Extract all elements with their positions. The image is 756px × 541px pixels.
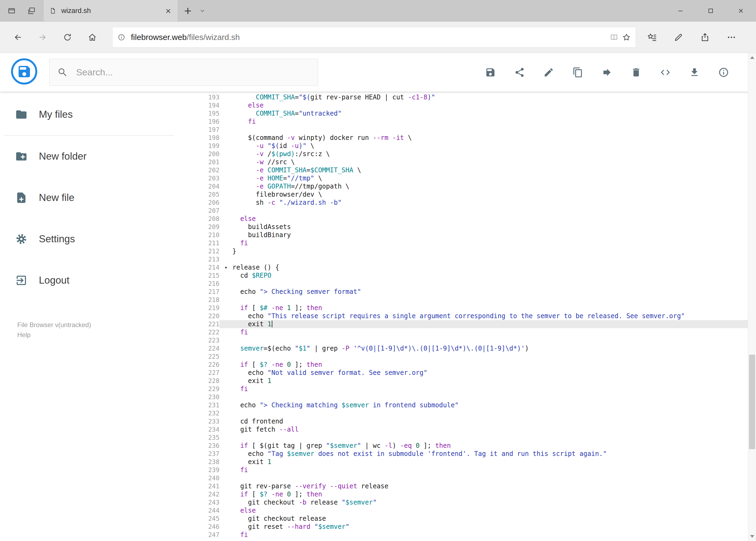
- reading-view-icon[interactable]: [610, 33, 619, 42]
- copy-button[interactable]: [570, 65, 586, 80]
- sidebar-item-settings[interactable]: Settings: [0, 218, 189, 260]
- code-line-238[interactable]: 238 exit 1: [189, 458, 748, 466]
- refresh-button[interactable]: [55, 25, 80, 50]
- code-line-237[interactable]: 237 echo "Tag $semver does not exist in …: [189, 450, 748, 458]
- forward-button[interactable]: [30, 25, 55, 50]
- tab-wizard-sh[interactable]: wizard.sh ×: [43, 0, 178, 21]
- code-line-206[interactable]: 206 sh -c "./wizard.sh -b": [189, 199, 748, 207]
- sidebar-item-logout[interactable]: Logout: [0, 260, 189, 301]
- filebrowser-logo-icon[interactable]: [11, 58, 37, 85]
- code-editor[interactable]: 193 COMMIT_SHA="$(git rev-parse HEAD | c…: [189, 92, 748, 541]
- code-line-240[interactable]: 240: [189, 474, 748, 482]
- code-line-196[interactable]: 196 fi: [189, 118, 748, 126]
- search-input[interactable]: [76, 67, 310, 78]
- save-button[interactable]: [483, 65, 498, 80]
- site-info-icon[interactable]: [118, 33, 126, 41]
- code-line-244[interactable]: 244 else: [189, 506, 748, 515]
- code-line-198[interactable]: 198 $(command -v winpty) docker run --rm…: [189, 134, 748, 142]
- code-line-242[interactable]: 242 if [ $? -ne 0 ]; then: [189, 490, 748, 498]
- code-line-194[interactable]: 194 else: [189, 101, 748, 109]
- code-line-224[interactable]: 224 semver=$(echo "$1" | grep -P '^v(0|[…: [189, 344, 748, 352]
- address-bar[interactable]: filebrowser.web/files/wizard.sh: [112, 27, 636, 48]
- code-line-232[interactable]: 232: [189, 409, 748, 417]
- scrollbar-thumb[interactable]: [749, 355, 755, 449]
- favorite-star-icon[interactable]: [622, 33, 631, 42]
- code-line-246[interactable]: 246 git reset --hard "$semver": [189, 523, 748, 531]
- tabs-preview-icon[interactable]: [28, 7, 36, 15]
- code-line-202[interactable]: 202 -e COMMIT_SHA=$COMMIT_SHA \: [189, 166, 748, 174]
- back-button[interactable]: [5, 25, 30, 50]
- tab-dropdown-icon[interactable]: [199, 8, 206, 14]
- code-line-199[interactable]: 199 -u "$(id -u)" \: [189, 142, 748, 150]
- scroll-down-button[interactable]: [748, 532, 756, 541]
- rename-button[interactable]: [541, 65, 556, 80]
- code-line-197[interactable]: 197: [189, 126, 748, 134]
- minimize-button[interactable]: [665, 0, 695, 21]
- code-line-210[interactable]: 210 buildBinary: [189, 231, 748, 239]
- web-note-pen-icon[interactable]: [674, 32, 683, 42]
- info-button[interactable]: [716, 65, 731, 80]
- code-line-241[interactable]: 241 git rev-parse --verify --quiet relea…: [189, 482, 748, 490]
- code-line-227[interactable]: 227 echo "Not valid semver format. See s…: [189, 369, 748, 377]
- code-line-209[interactable]: 209 buildAssets: [189, 223, 748, 231]
- scroll-up-button[interactable]: [748, 53, 756, 62]
- code-line-234[interactable]: 234 git fetch --all: [189, 425, 748, 433]
- page-scrollbar[interactable]: [748, 53, 756, 541]
- code-line-215[interactable]: 215 cd $REPO: [189, 271, 748, 279]
- home-button[interactable]: [80, 25, 105, 50]
- help-link[interactable]: Help: [17, 330, 91, 340]
- move-button[interactable]: [600, 65, 615, 80]
- code-line-205[interactable]: 205 filebrowser/dev \: [189, 191, 748, 199]
- code-line-245[interactable]: 245 git checkout release: [189, 515, 748, 523]
- code-line-223[interactable]: 223: [189, 336, 748, 344]
- code-line-213[interactable]: 213: [189, 255, 748, 264]
- code-line-222[interactable]: 222 fi: [189, 328, 748, 336]
- download-button[interactable]: [687, 65, 702, 80]
- code-line-200[interactable]: 200 -v /$(pwd):/src:z \: [189, 150, 748, 158]
- share-button[interactable]: [512, 65, 527, 80]
- new-tab-button[interactable]: +: [178, 0, 197, 21]
- url-text[interactable]: filebrowser.web/files/wizard.sh: [131, 33, 606, 42]
- delete-button[interactable]: [629, 65, 644, 80]
- fold-marker-icon[interactable]: ▾: [224, 264, 227, 271]
- code-line-243[interactable]: 243 git checkout -b release "$semver": [189, 498, 748, 506]
- code-line-203[interactable]: 203 -e HOME="//tmp" \: [189, 174, 748, 182]
- code-line-226[interactable]: 226 if [ $? -ne 0 ]; then: [189, 360, 748, 369]
- sidebar-item-new-folder[interactable]: New folder: [0, 136, 189, 177]
- code-line-236[interactable]: 236 if [ $(git tag | grep "$semver" | wc…: [189, 442, 748, 450]
- code-line-233[interactable]: 233 cd frontend: [189, 417, 748, 425]
- code-line-195[interactable]: 195 COMMIT_SHA="untracked": [189, 109, 748, 118]
- code-line-207[interactable]: 207: [189, 207, 748, 215]
- code-line-212[interactable]: 212}: [189, 247, 748, 255]
- code-line-235[interactable]: 235: [189, 433, 748, 442]
- sidebar-item-new-file[interactable]: New file: [0, 177, 189, 218]
- code-line-219[interactable]: 219 if [ $# -ne 1 ]; then: [189, 304, 748, 312]
- code-line-208[interactable]: 208 else: [189, 215, 748, 223]
- code-line-230[interactable]: 230: [189, 393, 748, 401]
- code-line-220[interactable]: 220 echo "This release script requires a…: [189, 312, 748, 320]
- code-line-239[interactable]: 239 fi: [189, 466, 748, 474]
- code-line-231[interactable]: 231 echo "> Checking matching $semver in…: [189, 401, 748, 409]
- tab-close-icon[interactable]: ×: [164, 6, 172, 15]
- hub-icon[interactable]: [647, 32, 657, 42]
- code-line-217[interactable]: 217 echo "> Checking semver format": [189, 287, 748, 296]
- code-line-201[interactable]: 201 -w //src \: [189, 158, 748, 166]
- code-line-204[interactable]: 204 -e GOPATH=//tmp/gopath \: [189, 182, 748, 191]
- code-line-216[interactable]: 216: [189, 279, 748, 287]
- code-line-211[interactable]: 211 fi: [189, 239, 748, 247]
- code-line-218[interactable]: 218: [189, 296, 748, 304]
- code-line-247[interactable]: 247 fi: [189, 531, 748, 539]
- close-window-button[interactable]: [726, 0, 756, 21]
- code-line-229[interactable]: 229 fi: [189, 385, 748, 393]
- share-arrow-icon[interactable]: [700, 32, 710, 42]
- code-line-228[interactable]: 228 exit 1: [189, 377, 748, 385]
- search-box[interactable]: [49, 59, 318, 86]
- code-line-214[interactable]: 214▾release () {: [189, 264, 748, 271]
- code-line-193[interactable]: 193 COMMIT_SHA="$(git rev-parse HEAD | c…: [189, 93, 748, 101]
- code-view-button[interactable]: [658, 65, 673, 80]
- code-line-221[interactable]: 221 exit 1: [189, 320, 748, 328]
- code-line-225[interactable]: 225: [189, 352, 748, 360]
- more-icon[interactable]: [727, 32, 736, 42]
- set-tabs-aside-icon[interactable]: [8, 7, 16, 15]
- sidebar-item-my-files[interactable]: My files: [0, 94, 189, 135]
